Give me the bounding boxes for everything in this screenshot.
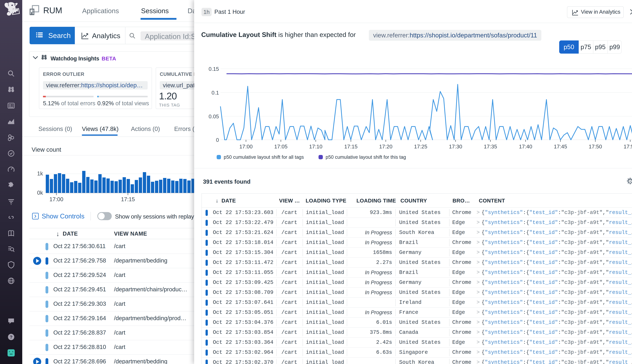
svg-text:?: ? bbox=[10, 334, 12, 340]
